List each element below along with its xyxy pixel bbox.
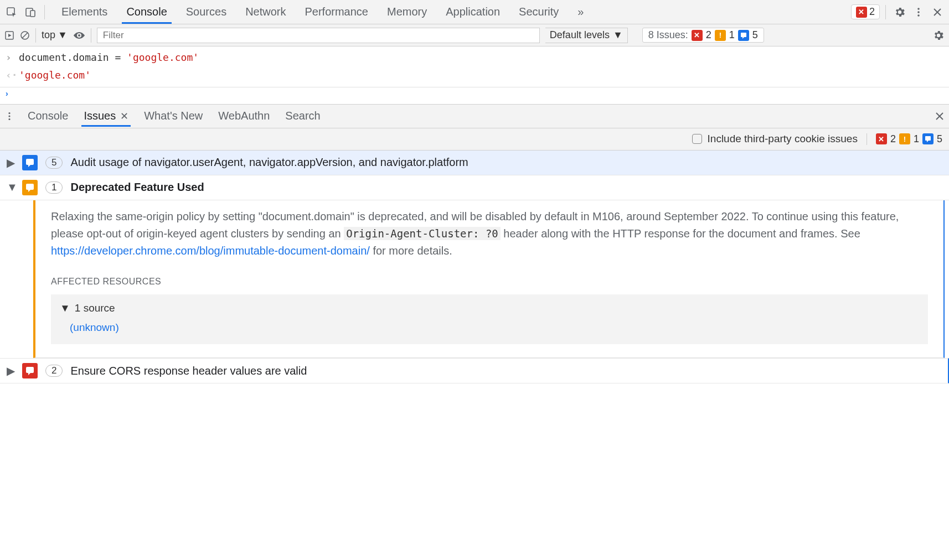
svg-point-16 xyxy=(8,115,10,117)
affected-source-row[interactable]: ▼ 1 source xyxy=(60,300,919,316)
chevron-down-icon: ▼ xyxy=(613,29,623,41)
devtools-topbar: Elements Console Sources Network Perform… xyxy=(0,0,949,24)
console-output-row: ‹· 'google.com' xyxy=(0,66,949,84)
svg-marker-27 xyxy=(28,373,30,375)
collapse-arrow-icon[interactable]: ▼ xyxy=(60,300,70,316)
collapse-arrow-icon[interactable]: ▼ xyxy=(7,181,14,194)
desc-part3: for more details. xyxy=(370,245,452,257)
svg-marker-23 xyxy=(28,165,30,167)
issues-options-bar: Include third-party cookie issues ✕ 2 ! … xyxy=(0,128,949,151)
issue-title: Deprecated Feature Used xyxy=(70,181,204,194)
clear-console-icon[interactable] xyxy=(20,30,30,40)
svg-point-15 xyxy=(8,112,10,114)
close-tab-icon[interactable]: ✕ xyxy=(120,110,128,122)
warning-icon: ! xyxy=(715,30,726,41)
svg-rect-26 xyxy=(26,367,34,373)
error-kind-icon xyxy=(22,363,38,378)
issue-count-badge: 5 xyxy=(45,157,63,169)
drawer-kebab-icon[interactable] xyxy=(4,111,14,121)
info-count: 5 xyxy=(937,133,942,145)
issues-label: 8 Issues: xyxy=(648,29,688,41)
desc-part2: header along with the HTTP response for … xyxy=(501,227,860,240)
filter-input[interactable] xyxy=(97,28,540,43)
svg-point-4 xyxy=(917,11,920,13)
svg-rect-22 xyxy=(26,159,34,165)
issue-row-audit[interactable]: ▶ 5 Audit usage of navigator.userAgent, … xyxy=(0,151,949,175)
separator xyxy=(885,5,886,19)
execution-context-select[interactable]: top ▼ xyxy=(42,29,68,41)
tab-memory[interactable]: Memory xyxy=(383,0,431,24)
svg-rect-13 xyxy=(741,33,746,37)
drawer-tab-whatsnew[interactable]: What's New xyxy=(142,105,205,127)
tab-application[interactable]: Application xyxy=(441,0,504,24)
drawer-tab-console[interactable]: Console xyxy=(25,105,70,127)
error-icon: ✕ xyxy=(876,133,887,144)
panel-tabs: Elements Console Sources Network Perform… xyxy=(50,0,595,24)
third-party-label: Include third-party cookie issues xyxy=(708,133,858,145)
tab-network[interactable]: Network xyxy=(241,0,290,24)
expand-arrow-icon[interactable]: ▶ xyxy=(7,156,14,169)
svg-line-11 xyxy=(22,33,28,38)
code-string-token: 'google.com' xyxy=(127,51,199,63)
tab-performance[interactable]: Performance xyxy=(301,0,373,24)
info-count: 5 xyxy=(752,29,758,41)
tab-sources[interactable]: Sources xyxy=(182,0,231,24)
issue-count-badge: 1 xyxy=(45,182,63,194)
settings-gear-icon[interactable] xyxy=(891,4,908,20)
issue-row-deprecated[interactable]: ▼ 1 Deprecated Feature Used xyxy=(0,175,949,200)
issue-description: Relaxing the same-origin policy by setti… xyxy=(51,208,928,260)
more-tabs-icon[interactable]: » xyxy=(573,0,588,24)
warning-count: 1 xyxy=(729,29,735,41)
console-prompt-row[interactable]: › xyxy=(0,87,949,100)
svg-point-3 xyxy=(917,8,920,10)
console-output-value: 'google.com' xyxy=(19,66,91,84)
third-party-cookie-toggle[interactable]: Include third-party cookie issues xyxy=(692,133,858,145)
inspect-element-icon[interactable] xyxy=(3,4,20,20)
log-levels-select[interactable]: Default levels ▼ xyxy=(545,28,628,43)
error-count-pill[interactable]: ✕ 2 xyxy=(851,4,880,19)
svg-marker-9 xyxy=(8,34,12,37)
svg-marker-21 xyxy=(927,141,929,142)
separator xyxy=(35,28,36,43)
svg-point-17 xyxy=(8,118,10,120)
console-toolbar: top ▼ Default levels ▼ 8 Issues: ✕ 2 ! 1… xyxy=(0,24,949,46)
checkbox-icon[interactable] xyxy=(692,134,702,144)
issue-body-deprecated: Relaxing the same-origin policy by setti… xyxy=(33,200,945,359)
kebab-menu-icon[interactable] xyxy=(910,4,927,20)
expand-arrow-icon[interactable]: ▶ xyxy=(7,364,14,377)
tab-security[interactable]: Security xyxy=(514,0,563,24)
close-drawer-icon[interactable] xyxy=(935,111,945,121)
toggle-sidebar-icon[interactable] xyxy=(4,30,14,40)
error-count: 2 xyxy=(890,133,896,145)
close-devtools-icon[interactable] xyxy=(929,4,946,20)
drawer-tab-issues[interactable]: Issues ✕ xyxy=(81,105,131,127)
input-marker-icon: › xyxy=(6,49,13,66)
issues-summary-button[interactable]: 8 Issues: ✕ 2 ! 1 5 xyxy=(642,28,764,43)
svg-point-12 xyxy=(78,34,80,37)
affected-source-unknown[interactable]: (unknown) xyxy=(60,316,919,339)
tab-console[interactable]: Console xyxy=(122,0,171,24)
separator xyxy=(44,5,45,19)
info-icon xyxy=(738,30,749,41)
issues-counts-bar: ✕ 2 ! 1 5 xyxy=(867,133,942,145)
device-toolbar-icon[interactable] xyxy=(22,4,39,20)
console-settings-gear-icon[interactable] xyxy=(932,29,945,42)
svg-marker-25 xyxy=(28,190,30,192)
svg-rect-2 xyxy=(30,11,35,17)
warning-kind-icon xyxy=(22,180,38,195)
drawer-tab-search[interactable]: Search xyxy=(283,105,322,127)
issue-link[interactable]: https://developer.chrome.com/blog/immuta… xyxy=(51,245,370,257)
live-expression-eye-icon[interactable] xyxy=(73,31,85,40)
drawer-tab-webauthn[interactable]: WebAuthn xyxy=(216,105,272,127)
tab-elements[interactable]: Elements xyxy=(57,0,112,24)
error-count-text: 2 xyxy=(869,6,875,18)
drawer-tab-issues-label: Issues xyxy=(84,110,116,122)
svg-rect-24 xyxy=(26,184,34,190)
drawer-tabs: Console Issues ✕ What's New WebAuthn Sea… xyxy=(0,104,949,128)
separator xyxy=(91,28,91,43)
error-count: 2 xyxy=(706,29,711,41)
issue-row-cors[interactable]: ▶ 2 Ensure CORS response header values a… xyxy=(0,358,949,383)
console-input-code: document.domain = 'google.com' xyxy=(19,49,199,66)
info-kind-icon xyxy=(22,155,38,170)
warning-count: 1 xyxy=(914,133,919,145)
